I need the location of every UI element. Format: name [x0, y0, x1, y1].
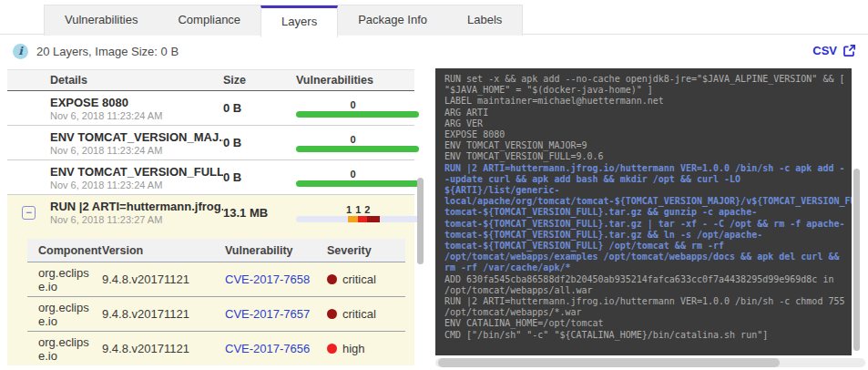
version-cell: 9.4.8.v20171121 [91, 272, 214, 286]
tab-compliance[interactable]: Compliance [158, 5, 260, 36]
layer-timestamp: Nov 6, 2018 11:23:24 AM [50, 180, 223, 190]
terminal-line: EXPOSE 8080 [444, 129, 852, 140]
severity-label: critical [342, 272, 376, 286]
severity-dot [327, 344, 337, 354]
high-segment [358, 216, 367, 222]
terminal-line: ADD 630fa545cba86588df2b20450ab935214faf… [444, 274, 852, 285]
layer-title: ENV TOMCAT_VERSION_MAJ... [50, 130, 223, 144]
medium-count: 1 [346, 203, 352, 216]
terminal-line: ARG VER [444, 118, 852, 129]
terminal-line: /opt/tomcat/webapps/all.war [444, 285, 852, 296]
image-layers-view: Vulnerabilities Compliance Layers Packag… [0, 0, 868, 370]
medium-segment [348, 216, 358, 222]
vuln-bar-clean [296, 180, 419, 187]
terminal-line: LABEL maintainer=michael@huettermann.net [444, 96, 852, 107]
layer-title: EXPOSE 8080 [50, 96, 223, 109]
csv-export-link[interactable]: CSV [812, 44, 837, 57]
cve-link[interactable]: CVE-2017-7656 [225, 342, 310, 355]
vuln-bar-clean [296, 111, 419, 118]
vulnerability-row: org.eclipse.io 9.4.8.v20171121 CVE-2017-… [27, 262, 405, 296]
dockerfile-lines: RUN set -x && apk add --no-cache openjdk… [444, 74, 852, 341]
layers-table-header: Details Size Vulnerabilities [7, 69, 414, 91]
terminal-line: rm -rf /var/cache/apk/* [444, 262, 852, 273]
terminal-line: ENV CATALINA_HOME=/opt/tomcat [444, 318, 852, 329]
terminal-line: ENV TOMCAT_VERSION_MAJOR=9 [444, 140, 852, 151]
terminal-line: RUN |2 ARTI=huttermann.jfrog.io/hutterma… [444, 163, 852, 174]
component-cell: org.eclipse.io [27, 335, 91, 363]
terminal-line: ENV TOMCAT_VERSION_FULL=9.0.6 [444, 151, 852, 162]
component-cell: org.eclipse.io [27, 301, 91, 328]
version-cell: 9.4.8.v20171121 [91, 342, 214, 355]
vuln-count: 0 [296, 133, 410, 146]
cve-link[interactable]: CVE-2017-7658 [225, 272, 310, 286]
minus-icon: − [26, 206, 32, 219]
terminal-line: RUN set -x && apk add --no-cache openjdk… [444, 74, 852, 85]
high-count: 1 [355, 203, 361, 216]
version-cell: 9.4.8.v20171121 [91, 307, 214, 321]
column-header-version: Version [91, 244, 214, 257]
vulnerability-row: org.eclipse.io 9.4.8.v20171121 CVE-2017-… [27, 296, 405, 331]
layer-size: 13.1 MB [223, 206, 282, 220]
vulnerability-row: org.eclipse.io 9.4.8.v20171121 CVE-2017-… [27, 331, 405, 365]
summary-row: i 20 Layers, Image Size: 0 B CSV [0, 41, 868, 65]
tab-bar: Vulnerabilities Compliance Layers Packag… [0, 0, 868, 35]
layer-size: 0 B [223, 136, 282, 149]
layers-table-scrollbar[interactable] [417, 178, 424, 264]
info-icon: i [13, 44, 28, 59]
layer-size: 0 B [223, 101, 282, 115]
column-header-severity: Severity [316, 244, 405, 257]
terminal-line: tomcat-${TOMCAT_VERSION_FULL}.tar.gz | t… [444, 219, 852, 230]
tab-layers[interactable]: Layers [260, 5, 338, 37]
vuln-bar-segmented [296, 216, 419, 222]
tab-package-info[interactable]: Package Info [338, 5, 447, 36]
terminal-line: RUN |2 ARTI=huttermann.jfrog.io/hutterma… [444, 296, 852, 307]
terminal-line: tomcat-${TOMCAT_VERSION_FULL}.tar.gz && … [444, 230, 852, 241]
tab-labels[interactable]: Labels [447, 5, 522, 36]
terminal-line: /opt/tomcat/webapps/examples /opt/tomcat… [444, 252, 852, 262]
severity-label: high [342, 342, 365, 355]
terminal-line: /opt/tomcat/webapps/*.war [444, 307, 852, 318]
terminal-line: -update curl && apk add bash && mkdir /o… [444, 174, 852, 185]
layer-row-env-version-major[interactable]: ENV TOMCAT_VERSION_MAJ... Nov 6, 2018 11… [7, 126, 414, 160]
terminal-line: ARG ARTI [444, 108, 852, 118]
terminal-line: tomcat-${TOMCAT_VERSION_FULL} /opt/tomca… [444, 241, 852, 252]
terminal-line: ${ARTI}/list/generic- [444, 185, 852, 196]
page-vertical-scrollbar[interactable] [853, 169, 860, 351]
column-header-vulnerability: Vulnerability [214, 244, 316, 257]
severity-dot [327, 274, 337, 284]
horizontal-scrollbar-thumb[interactable] [438, 358, 780, 367]
layer-title: RUN |2 ARTI=huttermann.jfrog.i... [50, 200, 223, 213]
column-header-component: Component [27, 244, 91, 257]
severity-dot [327, 309, 337, 319]
cve-link[interactable]: CVE-2017-7657 [225, 307, 310, 321]
collapse-button[interactable]: − [22, 206, 36, 220]
critical-count: 2 [364, 203, 370, 216]
critical-segment [367, 216, 380, 222]
subtable-header: Component Version Vulnerability Severity [27, 239, 405, 262]
terminal-line: tomcat-${TOMCAT_VERSION_FULL}.tar.gz && … [444, 207, 852, 218]
column-header-details: Details [50, 74, 223, 87]
layers-summary: 20 Layers, Image Size: 0 B [36, 45, 179, 58]
vuln-bar-clean [296, 146, 419, 152]
component-cell: org.eclipse.io [27, 266, 91, 293]
column-header-vulnerabilities: Vulnerabilities [282, 74, 414, 87]
vuln-count: 0 [296, 168, 410, 180]
layer-size: 0 B [223, 170, 282, 184]
terminal-line: CMD ["/bin/sh" "-c" "${CATALINA_HOME}/bi… [444, 330, 852, 341]
layer-timestamp: Nov 6, 2018 11:23:24 AM [50, 110, 223, 121]
vulnerabilities-subtable: Component Version Vulnerability Severity… [7, 230, 414, 365]
terminal-horizontal-scrollbar[interactable] [435, 358, 865, 367]
tab-vulnerabilities[interactable]: Vulnerabilities [45, 5, 158, 36]
vuln-severity-counts: 1 1 2 [296, 203, 410, 216]
column-header-size: Size [223, 74, 282, 87]
vuln-count: 0 [296, 98, 410, 111]
layers-table: Details Size Vulnerabilities EXPOSE 8080… [7, 69, 414, 365]
layer-timestamp: Nov 6, 2018 11:23:27 AM [50, 214, 223, 225]
export-icon[interactable] [842, 44, 856, 57]
layer-row-run-arti[interactable]: − RUN |2 ARTI=huttermann.jfrog.i... Nov … [7, 195, 414, 230]
terminal-line: "$JAVA_HOME" = "$(docker-java-home)" ] [444, 85, 852, 96]
severity-label: critical [342, 307, 376, 321]
layer-row-expose-8080[interactable]: EXPOSE 8080 Nov 6, 2018 11:23:24 AM 0 B … [7, 91, 414, 126]
dockerfile-panel: RUN set -x && apk add --no-cache openjdk… [435, 68, 852, 355]
layer-row-env-version-full[interactable]: ENV TOMCAT_VERSION_FULL... Nov 6, 2018 1… [7, 160, 414, 195]
